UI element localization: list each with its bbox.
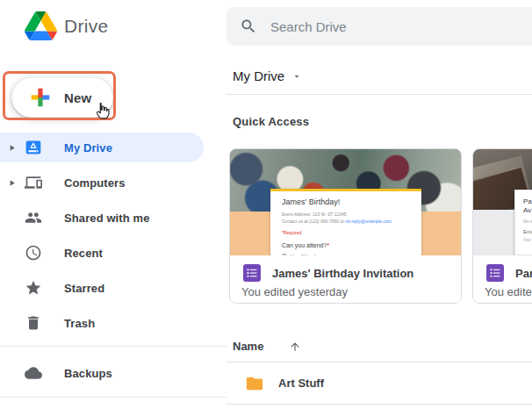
card-title-row: James' Birthday Invitation (243, 264, 413, 282)
form-small-text: We w (523, 219, 532, 224)
sidebar-item-label: Backups (64, 367, 112, 380)
form-preview: Pa Av We w Ema Your (514, 190, 532, 255)
sidebar-item-shared-with-me[interactable]: Shared with me (0, 203, 204, 233)
card-footer: Pare You edite (473, 255, 532, 304)
cloud-icon (25, 364, 42, 382)
name-header-label: Name (233, 340, 263, 353)
drive-logo[interactable]: Drive (25, 11, 109, 40)
form-address-line: Event Address: 123 W. ST 12345 (282, 211, 411, 218)
file-name: Art Stuff (278, 377, 324, 390)
card-thumbnail: James' Birthday! Event Address: 123 W. S… (230, 149, 461, 255)
search-icon (240, 18, 257, 35)
sidebar-divider (0, 397, 226, 398)
form-question: Can you attend?* (282, 242, 411, 248)
card-title: Pare (515, 267, 532, 280)
card-status: You edite (485, 285, 532, 298)
caret-spacer (7, 212, 18, 223)
search-input[interactable] (270, 19, 499, 34)
caret-spacer (7, 283, 18, 293)
form-required-note: *Required (282, 230, 411, 235)
card-title: James' Birthday Invitation (272, 267, 413, 280)
quick-access-card-parent[interactable]: Pa Av We w Ema Your Pare You edite (472, 148, 532, 304)
shared-icon (25, 209, 42, 226)
computers-icon (25, 174, 42, 191)
sidebar-item-label: Recent (64, 247, 103, 260)
sidebar-item-label: Computers (64, 176, 126, 190)
form-question-text: Can you attend? (282, 242, 327, 248)
star-icon (25, 279, 42, 297)
form-title: James' Birthday! (282, 197, 411, 206)
required-star: * (327, 242, 329, 248)
sidebar-item-backups[interactable]: Backups (0, 358, 204, 388)
trash-icon (25, 314, 42, 332)
section-title-quick-access: Quick Access (233, 115, 309, 128)
caret-spacer (7, 368, 18, 378)
sidebar-item-label: Trash (64, 317, 95, 330)
sidebar-item-my-drive[interactable]: My Drive (0, 133, 204, 162)
form-contact-text: Contact us at (123) 456-7890 or (282, 219, 345, 224)
file-row-art-stuff[interactable]: Art Stuff (226, 362, 532, 404)
chevron-down-icon[interactable] (291, 71, 302, 82)
form-contact-line: Contact us at (123) 456-7890 or no.reply… (282, 218, 411, 225)
form-title-line: Av (523, 206, 532, 215)
form-title-line: Pa (523, 197, 532, 206)
form-preview: James' Birthday! Event Address: 123 W. S… (270, 189, 421, 255)
card-title-row: Pare (486, 264, 532, 282)
sidebar-nav: My Drive Computers Shared with me Recent… (0, 133, 226, 343)
sidebar-divider (0, 346, 226, 347)
page-title: My Drive (233, 68, 284, 83)
sidebar-item-recent[interactable]: Recent (0, 238, 204, 268)
google-forms-icon (486, 264, 504, 282)
expand-caret-icon[interactable] (7, 177, 18, 188)
expand-caret-icon[interactable] (7, 142, 18, 153)
new-button-label: New (64, 90, 91, 105)
list-divider (226, 404, 532, 405)
card-footer: James' Birthday Invitation You edited ye… (230, 255, 461, 304)
folder-icon (245, 374, 264, 393)
card-thumbnail: Pa Av We w Ema Your (473, 149, 532, 255)
app-title: Drive (64, 16, 109, 37)
sort-ascending-icon[interactable] (289, 341, 301, 353)
sidebar-item-trash[interactable]: Trash (0, 308, 204, 338)
my-drive-icon (25, 139, 42, 156)
form-contact-link: no.reply@example.com (345, 219, 392, 224)
cursor-pointer-icon (90, 100, 112, 122)
sidebar-item-label: Shared with me (64, 212, 149, 225)
breadcrumb-my-drive[interactable]: My Drive (233, 68, 302, 83)
content-divider (226, 94, 532, 95)
sidebar-item-starred[interactable]: Starred (0, 273, 204, 303)
plus-icon (29, 86, 52, 109)
caret-spacer (7, 248, 18, 258)
clock-icon (25, 244, 42, 262)
caret-spacer (7, 318, 18, 328)
drive-logo-icon (25, 11, 57, 40)
search-bar[interactable] (226, 7, 532, 46)
form-field-label: Ema (523, 229, 532, 234)
sidebar-secondary-nav: Backups (0, 358, 226, 393)
sidebar-item-label: Starred (64, 282, 104, 295)
sidebar-item-computers[interactable]: Computers (0, 168, 204, 197)
sidebar-item-label: My Drive (64, 141, 112, 154)
google-forms-icon (243, 264, 261, 282)
card-status: You edited yesterday (241, 285, 348, 298)
form-small-text: Your (523, 238, 532, 242)
quick-access-card-james-birthday[interactable]: James' Birthday! Event Address: 123 W. S… (229, 148, 462, 304)
name-column-header[interactable]: Name (233, 340, 301, 353)
